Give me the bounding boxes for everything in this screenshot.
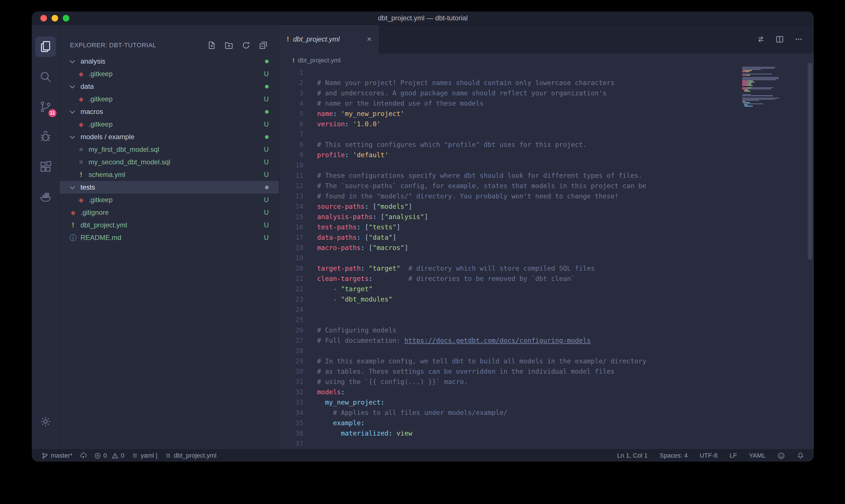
tree-folder-tests[interactable]: tests xyxy=(59,181,279,194)
tree-file-my-second-dbt-model-sql[interactable]: ≡my_second_dbt_model.sqlU xyxy=(59,156,279,168)
code-line-19[interactable]: 19 xyxy=(279,253,814,263)
code-line-24[interactable]: 24 xyxy=(279,304,814,315)
tree-file-gitkeep[interactable]: ◈.gitkeepU xyxy=(59,93,279,105)
git-branch-status[interactable]: master* xyxy=(41,452,72,459)
minimap[interactable] xyxy=(742,66,793,108)
explorer-sidebar: EXPLORER: DBT-TUTORIAL analysis◈.gitkeep… xyxy=(59,25,279,449)
code-line-12[interactable]: 12# The `source-paths` config, for examp… xyxy=(279,181,814,191)
activity-search-icon[interactable] xyxy=(35,67,56,87)
code-line-20[interactable]: 20target-path: "target" # directory whic… xyxy=(279,263,814,273)
code-line-10[interactable]: 10 xyxy=(279,160,814,170)
tab-dbt-project-yml[interactable]: dbt_project.yml × xyxy=(279,25,379,54)
code-line-3[interactable]: 3# and underscores. A good package name … xyxy=(279,88,814,98)
code-line-5[interactable]: 5name: 'my_new_project' xyxy=(279,109,814,119)
indentation-status[interactable]: Spaces: 4 xyxy=(660,452,688,459)
tree-folder-models-example[interactable]: models / example xyxy=(59,130,279,143)
code-line-34[interactable]: 34 # Applies to all files under models/e… xyxy=(279,408,814,418)
code-line-14[interactable]: 14source-paths: ["models"] xyxy=(279,201,814,212)
tree-folder-analysis[interactable]: analysis xyxy=(59,55,279,68)
code-line-21[interactable]: 21clean-targets: # directories to be rem… xyxy=(279,273,814,284)
eol-status[interactable]: LF xyxy=(730,452,737,459)
feedback-smiley-icon[interactable] xyxy=(778,452,785,459)
new-folder-icon[interactable] xyxy=(224,41,233,50)
minimize-window-button[interactable] xyxy=(52,15,58,21)
code-line-2[interactable]: 2# Name your project! Project names shou… xyxy=(279,78,814,88)
code-line-32[interactable]: 32models: xyxy=(279,387,814,397)
code-line-33[interactable]: 33 my_new_project: xyxy=(279,397,814,408)
tree-file-gitkeep[interactable]: ◈.gitkeepU xyxy=(59,194,279,206)
tree-item-label: analysis xyxy=(80,57,105,65)
close-window-button[interactable] xyxy=(40,15,47,21)
git-status-dot xyxy=(265,110,269,114)
code-line-15[interactable]: 15analysis-paths: ["analysis"] xyxy=(279,212,814,222)
tree-file-schema-yml[interactable]: !schema.ymlU xyxy=(59,168,279,181)
tree-folder-data[interactable]: data xyxy=(59,80,279,93)
notifications-bell-icon[interactable] xyxy=(797,452,804,459)
code-line-7[interactable]: 7 xyxy=(279,129,814,140)
open-changes-icon[interactable] xyxy=(756,35,765,43)
code-line-18[interactable]: 18macro-paths: ["macros"] xyxy=(279,242,814,253)
code-line-28[interactable]: 28 xyxy=(279,346,814,356)
more-actions-icon[interactable] xyxy=(794,35,803,43)
breadcrumb[interactable]: dbt_project.yml xyxy=(279,54,814,67)
code-line-36[interactable]: 36 materialized: view xyxy=(279,428,814,438)
activity-explorer-icon[interactable] xyxy=(35,36,56,57)
code-line-11[interactable]: 11# These configurations specify where d… xyxy=(279,170,814,181)
zoom-window-button[interactable] xyxy=(63,15,69,21)
activity-docker-icon[interactable] xyxy=(35,187,56,207)
line-content: analysis-paths: ["analysis"] xyxy=(303,212,428,222)
code-line-1[interactable]: 1 xyxy=(279,67,814,78)
code-line-6[interactable]: 6version: '1.0.0' xyxy=(279,119,814,129)
code-line-37[interactable]: 37 xyxy=(279,438,814,449)
activity-source-control-icon[interactable]: 11 xyxy=(35,96,56,117)
problems-status[interactable]: 0 0 xyxy=(94,452,125,459)
code-line-29[interactable]: 29# In this example config, we tell dbt … xyxy=(279,356,814,366)
code-line-31[interactable]: 31# using the `{{ config(...) }}` macro. xyxy=(279,377,814,387)
activity-debug-icon[interactable] xyxy=(35,127,56,147)
new-file-icon[interactable] xyxy=(208,41,216,50)
sync-changes-button[interactable] xyxy=(80,452,87,459)
tree-file-gitignore[interactable]: ◈.gitignoreU xyxy=(59,206,279,219)
tree-file-gitkeep[interactable]: ◈.gitkeepU xyxy=(59,68,279,80)
chevron-down-icon xyxy=(70,58,75,63)
split-editor-icon[interactable] xyxy=(775,35,784,43)
code-line-30[interactable]: 30# as tables. These settings can be ove… xyxy=(279,366,814,377)
tree-folder-macros[interactable]: macros xyxy=(59,105,279,118)
explorer-title: EXPLORER: DBT-TUTORIAL xyxy=(70,41,156,49)
code-line-25[interactable]: 25 xyxy=(279,315,814,325)
code-line-8[interactable]: 8# This setting configures which "profil… xyxy=(279,140,814,150)
activity-extensions-icon[interactable] xyxy=(35,157,56,177)
minimap-line xyxy=(742,82,793,83)
close-tab-button[interactable]: × xyxy=(367,35,372,44)
code-editor[interactable]: 12# Name your project! Project names sho… xyxy=(279,67,814,449)
line-content: # The `source-paths` config, for example… xyxy=(303,181,646,191)
language-mode-status[interactable]: YAML xyxy=(749,452,766,459)
code-line-35[interactable]: 35 example: xyxy=(279,418,814,428)
tree-file-gitkeep[interactable]: ◈.gitkeepU xyxy=(59,118,279,130)
tree-file-readme-md[interactable]: ⓘREADME.mdU xyxy=(59,231,279,244)
code-line-26[interactable]: 26# Configuring models xyxy=(279,325,814,335)
active-file-status[interactable]: dbt_project.yml xyxy=(165,452,217,459)
code-line-16[interactable]: 16test-paths: ["tests"] xyxy=(279,222,814,232)
code-line-9[interactable]: 9profile: 'default' xyxy=(279,150,814,160)
code-line-22[interactable]: 22 - "target" xyxy=(279,284,814,294)
editor-scrollbar[interactable] xyxy=(808,63,812,260)
minimap-line xyxy=(742,72,793,73)
minimap-line xyxy=(742,100,793,101)
encoding-status[interactable]: UTF-8 xyxy=(700,452,718,459)
code-line-23[interactable]: 23 - "dbt_modules" xyxy=(279,294,814,304)
activity-settings-gear-icon[interactable] xyxy=(35,411,56,432)
tree-file-dbt-project-yml[interactable]: !dbt_project.ymlU xyxy=(59,219,279,231)
line-content: profile: 'default' xyxy=(303,150,389,160)
yaml-language-status[interactable]: yaml | xyxy=(132,452,157,459)
cursor-position[interactable]: Ln 1, Col 1 xyxy=(617,452,647,459)
code-line-27[interactable]: 27# Full documentation: https://docs.get… xyxy=(279,335,814,346)
collapse-all-icon[interactable] xyxy=(259,41,268,50)
code-line-4[interactable]: 4# name or the intended use of these mod… xyxy=(279,98,814,109)
line-number: 6 xyxy=(279,119,303,129)
refresh-icon[interactable] xyxy=(242,41,250,50)
yaml-warning-icon: ! xyxy=(77,171,85,179)
code-line-13[interactable]: 13# found in the "models/" directory. Yo… xyxy=(279,191,814,201)
code-line-17[interactable]: 17data-paths: ["data"] xyxy=(279,232,814,242)
tree-file-my-first-dbt-model-sql[interactable]: ≡my_first_dbt_model.sqlU xyxy=(59,143,279,156)
